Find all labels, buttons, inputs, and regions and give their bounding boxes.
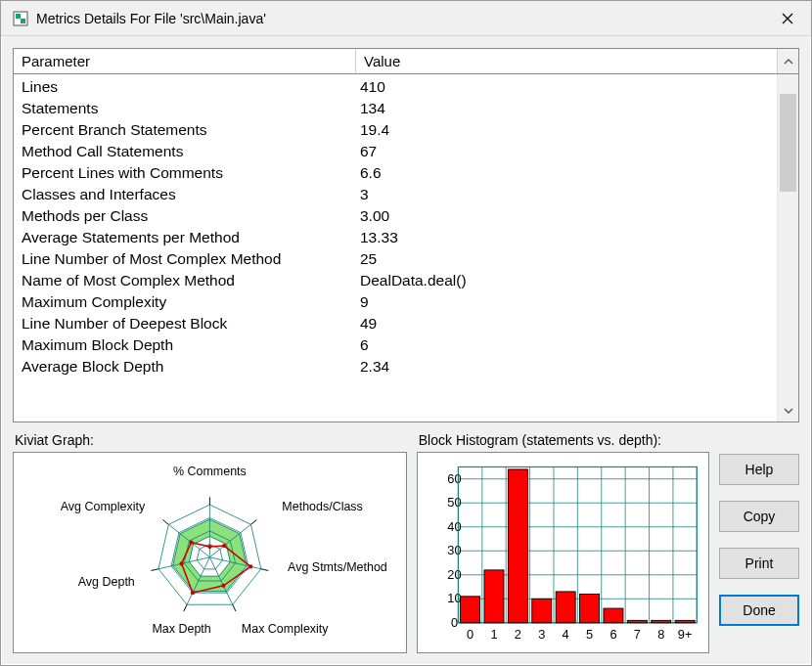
svg-text:0: 0	[467, 627, 474, 642]
window-title: Metrics Details For File 'src\Main.java'	[36, 11, 766, 26]
table-row[interactable]: Statements134	[14, 98, 777, 119]
svg-line-11	[250, 519, 256, 524]
svg-line-26	[162, 519, 168, 524]
svg-text:0: 0	[451, 615, 458, 630]
table-body: Lines410Statements134Percent Branch Stat…	[14, 74, 777, 422]
table-row[interactable]: Percent Lines with Comments6.6	[14, 162, 777, 184]
svg-text:Max Complexity: Max Complexity	[242, 622, 329, 636]
cell-value: 134	[356, 98, 777, 119]
kiviat-panel: % CommentsMethods/ClassAvg Stmts/MethodM…	[13, 452, 407, 653]
column-header-parameter[interactable]: Parameter	[14, 49, 356, 73]
svg-line-17	[233, 604, 236, 611]
cell-value: 67	[356, 141, 777, 162]
cell-value: 2.34	[356, 356, 777, 377]
table-row[interactable]: Name of Most Complex MethodDealData.deal…	[14, 270, 777, 291]
cell-value: 9	[356, 291, 777, 313]
cell-value: 25	[356, 248, 777, 270]
metrics-table: Parameter Value Lines410Statements134Per…	[13, 48, 799, 422]
cell-parameter: Statements	[14, 98, 356, 119]
svg-rect-56	[484, 570, 504, 623]
svg-rect-68	[579, 594, 599, 622]
window-close-button[interactable]	[766, 4, 809, 33]
chevron-down-icon	[784, 406, 793, 416]
cell-value: 410	[356, 76, 777, 98]
help-button[interactable]: Help	[719, 454, 799, 485]
svg-text:6: 6	[609, 627, 616, 642]
table-row[interactable]: Maximum Complexity9	[14, 291, 777, 313]
svg-rect-62	[532, 599, 552, 623]
svg-text:2: 2	[515, 627, 521, 642]
svg-rect-53	[460, 597, 479, 623]
scroll-down-button[interactable]	[778, 400, 798, 422]
svg-point-32	[221, 584, 225, 588]
lower-panels: Kiviat Graph: % CommentsMethods/ClassAvg…	[13, 430, 799, 653]
table-row[interactable]: Line Number of Deepest Block49	[14, 313, 777, 334]
svg-text:9+: 9+	[678, 627, 693, 642]
svg-text:8: 8	[657, 627, 664, 642]
histogram-panel: 01020304050600123456789+	[417, 452, 709, 653]
svg-text:Methods/Class: Methods/Class	[282, 500, 362, 513]
table-row[interactable]: Method Call Statements67	[14, 141, 777, 162]
vertical-scrollbar[interactable]	[777, 74, 798, 422]
svg-text:4: 4	[562, 627, 568, 642]
client-area: Parameter Value Lines410Statements134Per…	[1, 36, 811, 665]
table-row[interactable]: Line Number of Most Complex Method25	[14, 248, 777, 270]
svg-text:Avg Depth: Avg Depth	[78, 575, 135, 589]
svg-rect-59	[508, 469, 527, 623]
print-button[interactable]: Print	[719, 548, 799, 579]
svg-text:60: 60	[447, 471, 461, 486]
svg-rect-74	[627, 620, 647, 622]
cell-value: 13.33	[356, 227, 777, 248]
cell-parameter: Line Number of Deepest Block	[14, 313, 356, 334]
close-icon	[782, 13, 793, 24]
cell-parameter: Percent Branch Statements	[14, 119, 356, 141]
table-row[interactable]: Maximum Block Depth6	[14, 334, 777, 356]
cell-parameter: Lines	[14, 76, 356, 98]
cell-parameter: Percent Lines with Comments	[14, 162, 356, 184]
table-row[interactable]: Lines410	[14, 76, 777, 98]
table-row[interactable]: Average Block Depth2.34	[14, 356, 777, 377]
copy-button[interactable]: Copy	[719, 501, 799, 532]
cell-value: 3.00	[356, 205, 777, 227]
cell-parameter: Method Call Statements	[14, 141, 356, 162]
histogram-label: Block Histogram (statements vs. depth):	[419, 432, 709, 448]
svg-text:5: 5	[586, 627, 593, 642]
svg-text:7: 7	[634, 627, 641, 642]
svg-text:% Comments: % Comments	[173, 465, 247, 478]
svg-text:20: 20	[447, 567, 461, 582]
kiviat-label: Kiviat Graph:	[15, 432, 407, 448]
table-row[interactable]: Percent Branch Statements19.4	[14, 119, 777, 141]
table-row[interactable]: Classes and Interfaces3	[14, 184, 777, 205]
svg-point-33	[191, 591, 195, 595]
svg-rect-71	[604, 608, 623, 623]
table-header: Parameter Value	[14, 49, 798, 74]
svg-rect-65	[556, 592, 575, 623]
window: Metrics Details For File 'src\Main.java'…	[0, 0, 812, 666]
svg-point-30	[222, 544, 226, 548]
kiviat-chart: % CommentsMethods/ClassAvg Stmts/MethodM…	[20, 459, 400, 646]
svg-point-31	[248, 564, 252, 568]
svg-text:Avg Stmts/Method: Avg Stmts/Method	[288, 560, 387, 574]
done-button[interactable]: Done	[719, 595, 799, 626]
side-buttons: Help Copy Print Done	[719, 430, 799, 653]
scrollbar-thumb[interactable]	[780, 94, 796, 192]
chevron-up-icon	[784, 57, 793, 67]
cell-parameter: Average Statements per Method	[14, 227, 356, 248]
histogram-group: Block Histogram (statements vs. depth): …	[417, 430, 709, 653]
svg-text:Max Depth: Max Depth	[152, 622, 210, 636]
table-row[interactable]: Methods per Class3.00	[14, 205, 777, 227]
svg-text:10: 10	[447, 591, 461, 605]
svg-point-29	[207, 545, 211, 549]
column-header-value[interactable]: Value	[356, 49, 777, 73]
titlebar: Metrics Details For File 'src\Main.java'	[1, 1, 811, 36]
svg-rect-1	[16, 14, 21, 19]
svg-text:50: 50	[447, 495, 461, 510]
table-row[interactable]: Average Statements per Method13.33	[14, 227, 777, 248]
svg-text:3: 3	[538, 627, 545, 642]
svg-line-20	[184, 604, 187, 611]
svg-line-23	[151, 569, 158, 571]
svg-text:Avg Complexity: Avg Complexity	[61, 500, 146, 513]
svg-point-34	[179, 561, 183, 565]
svg-rect-77	[652, 620, 671, 622]
scroll-up-button[interactable]	[777, 49, 798, 73]
